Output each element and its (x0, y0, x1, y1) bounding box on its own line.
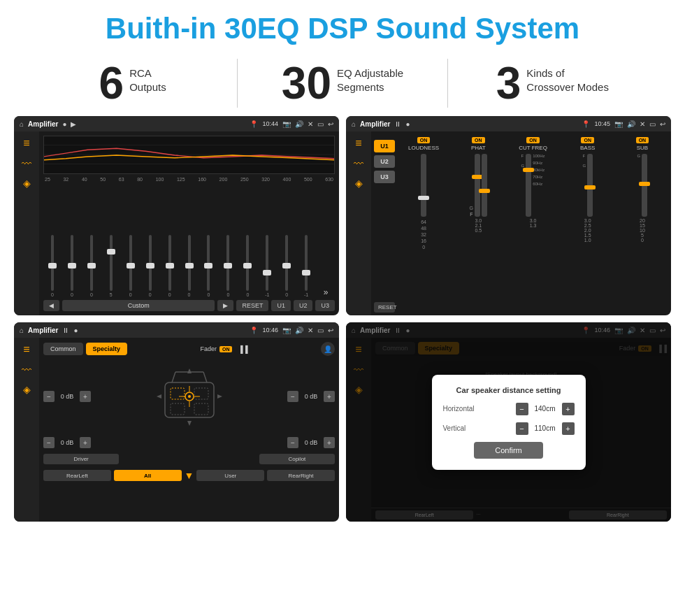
home-icon-3[interactable]: ⌂ (20, 327, 24, 334)
wave-icon[interactable]: 〰 (22, 158, 31, 169)
rearleft-btn[interactable]: RearLeft (43, 470, 111, 481)
user-btn[interactable]: User (196, 470, 264, 481)
left-bottom-minus[interactable]: − (43, 437, 55, 448)
eq-slider-12[interactable]: 0 (277, 235, 296, 297)
speaker-icon-3[interactable]: ◈ (23, 384, 31, 395)
stat-number-rca: 6 (99, 61, 124, 106)
svg-rect-8 (194, 388, 208, 399)
speaker-icon-2[interactable]: ◈ (355, 178, 363, 189)
eq-slider-7[interactable]: 0 (180, 235, 199, 297)
right-bottom-plus[interactable]: + (324, 437, 335, 448)
bass-on[interactable]: ON (581, 137, 594, 143)
u1-btn[interactable]: U1 (271, 300, 291, 311)
play-icon-1[interactable]: ▶ (71, 120, 76, 128)
left-top-plus[interactable]: + (80, 391, 91, 402)
next-btn[interactable]: ▶ (217, 300, 233, 311)
home-icon-2[interactable]: ⌂ (352, 120, 356, 128)
user-icon[interactable]: 👤 (321, 342, 335, 356)
down-arrow[interactable]: ▼ (185, 470, 194, 481)
wave-icon-2[interactable]: 〰 (354, 158, 363, 169)
eq-slider-4[interactable]: 0 (122, 235, 140, 297)
stat-eq: 30 EQ AdjustableSegments (252, 61, 433, 106)
vol-icon-2[interactable]: 🔊 (627, 120, 635, 128)
left-top-minus[interactable]: − (43, 391, 55, 402)
phat-col: ON PHAT GF (452, 137, 504, 233)
reset-crossover[interactable]: RESET (374, 302, 395, 313)
eq-icon[interactable]: ≡ (23, 137, 29, 150)
cam-icon-1[interactable]: 📷 (282, 120, 291, 128)
wave-icon-3[interactable]: 〰 (22, 364, 31, 375)
driver-btn[interactable]: Driver (43, 454, 119, 464)
vol-icon-1[interactable]: 🔊 (295, 120, 303, 128)
phat-on[interactable]: ON (472, 137, 485, 143)
left-bottom-plus[interactable]: + (80, 437, 91, 448)
more-icon[interactable]: » (317, 287, 335, 297)
loudness-on[interactable]: ON (417, 137, 431, 143)
u2-preset[interactable]: U2 (374, 155, 395, 168)
horizontal-minus[interactable]: − (516, 403, 528, 415)
eq-slider-5[interactable]: 0 (141, 235, 159, 297)
prev-btn[interactable]: ◀ (43, 300, 59, 311)
custom-label[interactable]: Custom (62, 300, 215, 311)
right-bottom-val: 0 dB (301, 439, 321, 446)
u3-btn[interactable]: U3 (315, 300, 335, 311)
minimize-icon-2[interactable]: ▭ (649, 120, 656, 128)
all-btn[interactable]: All (114, 470, 182, 481)
horizontal-plus[interactable]: + (562, 403, 575, 415)
title-2: Amplifier (360, 120, 390, 128)
cam-icon-3[interactable]: 📷 (282, 327, 291, 334)
eq-slider-8[interactable]: 0 (200, 235, 218, 297)
minimize-icon-3[interactable]: ▭ (317, 327, 324, 334)
right-top-plus[interactable]: + (324, 391, 335, 402)
svg-rect-9 (171, 403, 185, 415)
common-tab[interactable]: Common (43, 343, 83, 355)
u1-preset[interactable]: U1 (374, 140, 395, 152)
eq-slider-13[interactable]: -1 (297, 235, 315, 297)
sub-on[interactable]: ON (636, 137, 649, 143)
loudness-col: ON LOUDNESS 64 48 32 16 0 (398, 137, 449, 250)
loudness-slider[interactable] (421, 154, 426, 217)
back-icon-1[interactable]: ↩ (328, 120, 333, 128)
sub-slider[interactable] (642, 154, 647, 217)
eq-slider-10[interactable]: 0 (238, 235, 257, 297)
cutfreq-on[interactable]: ON (526, 137, 540, 143)
eq-slider-3[interactable]: 5 (102, 235, 120, 297)
eq-slider-2[interactable]: 0 (82, 235, 101, 297)
vertical-minus[interactable]: − (516, 422, 528, 435)
reset-btn-eq[interactable]: RESET (236, 300, 268, 311)
eq-slider-9[interactable]: 0 (219, 235, 237, 297)
specialty-tab[interactable]: Specialty (86, 343, 128, 355)
phat-f-slider[interactable] (482, 154, 487, 217)
back-icon-3[interactable]: ↩ (328, 327, 333, 334)
minimize-icon-1[interactable]: ▭ (317, 120, 324, 128)
u3-preset[interactable]: U3 (374, 171, 395, 183)
vol-icon-3[interactable]: 🔊 (295, 327, 303, 334)
eq-icon-2[interactable]: ≡ (355, 137, 361, 150)
back-icon-2[interactable]: ↩ (660, 120, 665, 128)
eq-icon-3[interactable]: ≡ (23, 343, 29, 356)
home-icon-1[interactable]: ⌂ (20, 120, 24, 128)
bass-slider[interactable] (587, 154, 593, 217)
close-icon-1[interactable]: ✕ (308, 120, 313, 128)
on-toggle[interactable]: ON (219, 346, 233, 352)
svg-rect-10 (194, 403, 208, 415)
close-icon-2[interactable]: ✕ (640, 120, 645, 128)
cutfreq-f-slider[interactable] (526, 154, 531, 217)
vertical-plus[interactable]: + (562, 422, 575, 435)
eq-slider-0[interactable]: 0 (43, 235, 62, 297)
phat-g-slider[interactable] (475, 154, 480, 217)
eq-slider-1[interactable]: 0 (63, 235, 81, 297)
copilot-btn[interactable]: Copilot (259, 454, 335, 464)
u2-btn[interactable]: U2 (294, 300, 313, 311)
right-bottom-minus[interactable]: − (287, 437, 298, 448)
cam-icon-2[interactable]: 📷 (614, 120, 623, 128)
close-icon-3[interactable]: ✕ (308, 327, 313, 334)
speaker-icon[interactable]: ◈ (23, 178, 31, 189)
eq-slider-11[interactable]: -1 (258, 235, 276, 297)
confirm-button[interactable]: Confirm (474, 442, 543, 459)
top-preset-row: Driver Copilot (43, 454, 335, 464)
eq-slider-6[interactable]: 0 (161, 235, 179, 297)
right-top-minus[interactable]: − (287, 391, 298, 402)
rearright-btn[interactable]: RearRight (267, 470, 335, 481)
fader-slider-icon[interactable]: ▐▐ (238, 345, 247, 353)
